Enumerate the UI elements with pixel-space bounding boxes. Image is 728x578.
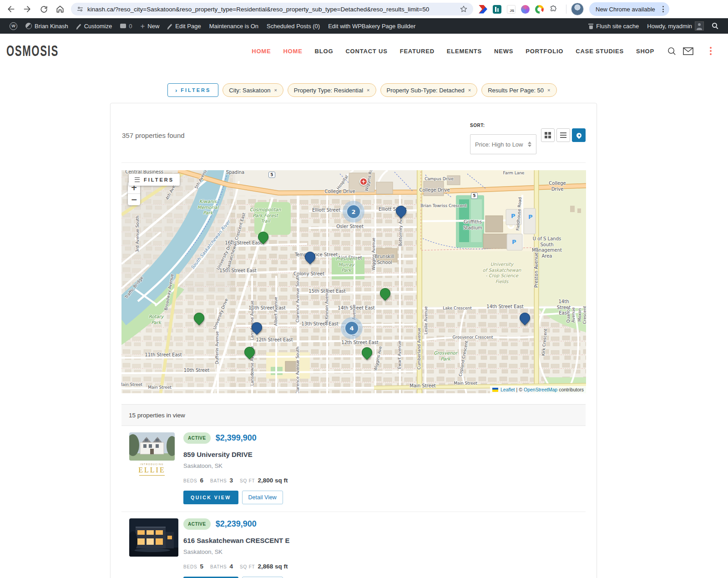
map-marker-green[interactable] <box>192 310 207 325</box>
listing-address[interactable]: 616 Saskatchewan CRESCENT E <box>183 537 295 544</box>
nav-item-blog-2[interactable]: BLOG <box>315 48 334 55</box>
nav-item-contact-us-3[interactable]: CONTACT US <box>345 48 387 55</box>
map-label: Clarence Avenue South <box>295 347 300 393</box>
map-marker-blue[interactable] <box>394 203 409 218</box>
adminbar-item-brian-kinash[interactable]: Brian Kinash <box>21 18 72 34</box>
chip-remove-icon[interactable]: × <box>367 87 369 93</box>
adminbar-item-new[interactable]: New <box>136 18 163 34</box>
adminbar-item-maintenance-is-on[interactable]: Maintenance is On <box>205 18 263 34</box>
adminbar-item-customize[interactable]: Customize <box>72 18 116 34</box>
listing-address[interactable]: 859 University DRIVE <box>183 451 295 458</box>
leaflet-link[interactable]: Leaflet <box>500 387 515 392</box>
map-label: 10th Street <box>184 368 210 374</box>
chip-remove-icon[interactable]: × <box>468 87 471 93</box>
listing-city: Saskatoon, SK <box>183 462 295 469</box>
osm-link[interactable]: OpenStreetMap <box>524 387 557 392</box>
bookmark-star-icon[interactable] <box>460 5 468 13</box>
zoom-out-button[interactable]: − <box>128 193 140 205</box>
mail-icon[interactable] <box>683 47 693 55</box>
map-label: U of S Lands South Management Area <box>527 236 566 259</box>
map-label: Grosvenor Park <box>434 350 457 362</box>
adminbar-item-flush-site-cache[interactable]: Flush site cache <box>584 18 643 34</box>
filters-button[interactable]: ›FILTERS <box>167 83 218 97</box>
listing-photo[interactable]: INTRODUCINGELLIE <box>129 432 179 504</box>
map-filters-button[interactable]: FILTERS <box>129 174 180 186</box>
chip-remove-icon[interactable]: × <box>547 87 550 93</box>
profile-avatar[interactable] <box>571 3 584 15</box>
adminbar-item-edit-with-wpbakery-page-builder[interactable]: Edit with WPBakery Page Builder <box>324 18 420 34</box>
adminbar-item-ab-search-icon[interactable] <box>708 18 723 34</box>
adminbar-item-edit-page[interactable]: Edit Page <box>163 18 205 34</box>
adminbar-item-0[interactable]: 0 <box>116 18 136 34</box>
nav-item-home-1[interactable]: HOME <box>283 48 302 55</box>
nav-item-portfolio-7[interactable]: PORTFOLIO <box>526 48 563 55</box>
map-label: 3rd Avenue South <box>135 216 140 252</box>
search-icon[interactable] <box>667 46 677 56</box>
brand-name: ELLIE <box>129 466 175 474</box>
site-logo[interactable]: OSMOSIS <box>6 42 59 59</box>
hospital-icon: + <box>359 177 368 186</box>
home-icon[interactable] <box>53 2 67 16</box>
nav-item-featured-4[interactable]: FEATURED <box>400 48 435 55</box>
more-menu-icon[interactable] <box>708 45 713 57</box>
new-icon <box>140 22 145 30</box>
results-header: 357 properties found SORT: Price: High t… <box>121 103 586 162</box>
adminbar-label: Scheduled Posts (0) <box>267 23 320 30</box>
adminbar-label: 0 <box>129 23 132 30</box>
teal-bars-extension-icon[interactable] <box>493 5 501 14</box>
adminbar-label: Edit Page <box>175 23 201 30</box>
address-bar[interactable]: kinash.ca/?reso_city=Saskatoon&reso_prop… <box>71 3 473 15</box>
map-label: 12th Street East <box>341 340 378 346</box>
nav-item-news-6[interactable]: NEWS <box>494 48 513 55</box>
nav-item-case-studies-8[interactable]: CASE STUDIES <box>576 48 624 55</box>
listing-price: $2,399,900 <box>216 433 257 443</box>
ribbon-extension-icon[interactable] <box>479 5 487 14</box>
adminbar-label: Maintenance is On <box>209 23 258 30</box>
sort-select[interactable]: Price: High to Low <box>470 134 536 154</box>
adminbar-item-scheduled-posts-0[interactable]: Scheduled Posts (0) <box>263 18 324 34</box>
quick-view-button[interactable]: QUICK VIEW <box>183 491 238 504</box>
brand-underline <box>139 475 165 476</box>
listing-photo[interactable] <box>129 518 179 578</box>
sort-value: Price: High to Low <box>475 141 528 148</box>
chrome-menu-icon[interactable] <box>660 4 667 14</box>
brand-tagline: INTRODUCING <box>129 463 175 466</box>
js-extension-icon[interactable]: JS <box>507 5 516 14</box>
map-marker-blue[interactable] <box>517 310 532 325</box>
adminbar-item-howdy-myadmin[interactable]: Howdy, myadmin <box>643 18 708 34</box>
adminbar-item-wordpress-icon[interactable] <box>5 18 21 34</box>
list-view-button[interactable] <box>556 128 570 142</box>
map-label: 13th Street East <box>301 321 338 327</box>
beds-label: BEDS <box>183 564 197 569</box>
gradient-circle-extension-icon[interactable] <box>521 5 530 14</box>
map-cluster-marker[interactable]: 2 <box>346 204 361 219</box>
sqft-label: SQ FT <box>240 564 255 569</box>
back-icon[interactable] <box>4 2 18 16</box>
reload-icon[interactable] <box>36 2 51 16</box>
lighthouse-extension-icon[interactable] <box>535 5 544 14</box>
grid-view-button[interactable] <box>541 128 555 142</box>
listing-stats: BEDS6 BATHS3 SQ FT2,800 sq ft <box>183 477 295 484</box>
listing-price: $2,239,900 <box>216 519 257 529</box>
url-text[interactable]: kinash.ca/?reso_city=Saskatoon&reso_prop… <box>87 6 460 13</box>
chrome-update-button[interactable]: New Chrome available <box>589 2 669 16</box>
forward-icon[interactable] <box>20 2 35 16</box>
map-cluster-marker[interactable]: 4 <box>344 321 359 335</box>
map-label: University Drive <box>212 298 229 330</box>
nav-item-elements-5[interactable]: ELEMENTS <box>447 48 482 55</box>
header-icons <box>667 46 693 56</box>
wp-admin-bar: Brian KinashCustomize0NewEdit PageMainte… <box>0 18 728 34</box>
nav-item-shop-9[interactable]: SHOP <box>636 48 654 55</box>
map-marker-green[interactable] <box>378 286 393 301</box>
chip-remove-icon[interactable]: × <box>274 87 277 93</box>
map-view-button[interactable] <box>572 128 586 142</box>
detail-view-button[interactable]: Detail View <box>242 491 283 504</box>
nav-item-home-0[interactable]: HOME <box>252 48 271 55</box>
map-canvas[interactable]: Central BusinessSpadina5th Avenue4th Ave… <box>121 170 586 393</box>
site-info-icon[interactable] <box>76 5 84 13</box>
beds-value: 5 <box>200 563 203 570</box>
listing-body: ACTIVE $2,399,900 859 University DRIVE S… <box>183 432 295 504</box>
map-marker-green[interactable] <box>359 345 374 360</box>
extensions-puzzle-icon[interactable] <box>549 5 558 14</box>
baths-label: BATHS <box>210 564 227 569</box>
